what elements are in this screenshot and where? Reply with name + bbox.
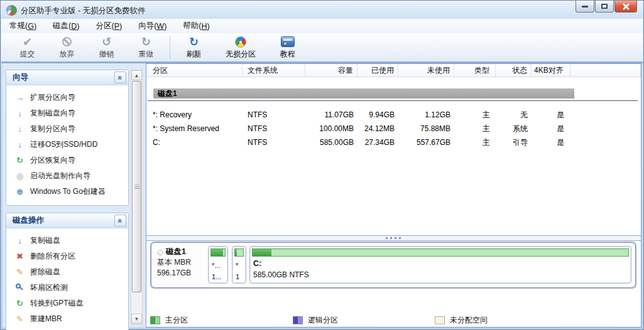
copy-disk-icon: ↓ (14, 236, 25, 246)
redo-icon: ↻ (141, 36, 151, 48)
collapse-button[interactable]: « (114, 72, 126, 83)
column-header-used[interactable]: 已使用 (357, 64, 398, 77)
menu-general[interactable]: 常规(G) (1, 19, 45, 33)
chevron-up-icon: « (117, 218, 124, 223)
legend-unallocated-space: 未分配空间 (435, 315, 488, 326)
maximize-button[interactable] (595, 1, 614, 13)
legend-primary-partition: 主分区 (150, 315, 188, 326)
disk-map-partition-recovery[interactable]: *... 1... (208, 246, 228, 284)
window-title: 分区助手专业版 - 无损分区免费软件 (21, 6, 146, 16)
scrollbar-down-button[interactable]: ▼ (131, 314, 142, 324)
column-header-4kb-align[interactable]: 4KB对齐 (532, 64, 570, 77)
splitter-grip-icon (386, 237, 402, 239)
undo-icon: ↺ (102, 36, 111, 48)
menu-help[interactable]: 帮助(H) (175, 19, 217, 33)
bootable-cd-wizard-icon: ◎ (14, 171, 25, 181)
column-header-unused[interactable]: 未使用 (398, 64, 454, 77)
column-header-partition[interactable]: 分区 (146, 64, 243, 77)
rebuild-mbr-icon: ✎ (14, 314, 25, 324)
sidebar-item-bad-sector-detect[interactable]: 坏扇区检测 (6, 280, 128, 295)
copy-partition-wizard-icon: ↓ (14, 124, 25, 134)
refresh-icon: ↻ (189, 36, 199, 48)
wizard-panel-title: 向导 (13, 72, 114, 83)
lossless-partition-icon (235, 36, 246, 48)
column-header-filesystem[interactable]: 文件系统 (243, 64, 305, 77)
app-window: 分区助手专业版 - 无损分区免费软件 常规(G) 磁盘(D) 分区(P) 向导(… (0, 0, 644, 330)
sidebar-item-rebuild-mbr[interactable]: ✎ 重建MBR (6, 311, 128, 327)
toolbar: ✔ 提交 放弃 ↺ 撤销 ↻ 重做 ↻ 刷新 无损分区 教程 (1, 33, 643, 63)
windows-to-go-icon: ⊕ (14, 187, 25, 197)
sidebar-item-extend-partition-wizard[interactable]: → 扩展分区向导 (6, 90, 128, 105)
title-bar: 分区助手专业版 - 无损分区免费软件 (1, 1, 643, 19)
wizard-panel-header: 向导 « (6, 70, 128, 85)
scrollbar-up-button[interactable]: ▲ (131, 70, 142, 80)
usage-bar (252, 248, 629, 257)
column-header-status[interactable]: 状态 (496, 64, 532, 77)
sidebar-item-partition-recovery-wizard[interactable]: ↻ 分区恢复向导 (6, 152, 128, 168)
column-header-capacity[interactable]: 容量 (305, 64, 357, 77)
menu-partition[interactable]: 分区(P) (87, 19, 130, 33)
table-row-c-drive[interactable]: C: NTFS 585.00GB 27.34GB 557.67GB 主 引导 是 (146, 136, 641, 149)
menu-wizard[interactable]: 向导(W) (130, 19, 175, 33)
panel-splitter[interactable] (146, 235, 641, 241)
toolbar-separator (170, 36, 170, 59)
close-button[interactable] (614, 1, 637, 13)
disk-group-header[interactable]: 磁盘1 (153, 88, 574, 98)
content-area: 向导 « → 扩展分区向导 ↓ 复制磁盘向导 ↓ 复制分区向导 (3, 63, 641, 327)
partition-recovery-wizard-icon: ↻ (14, 156, 25, 166)
usage-bar (210, 248, 226, 257)
sidebar-item-convert-gpt[interactable]: ↻ 转换到GPT磁盘 (6, 295, 128, 311)
sidebar-item-copy-disk-wizard[interactable]: ↓ 复制磁盘向导 (6, 105, 128, 121)
disk-operations-panel-header: 磁盘操作 « (6, 213, 128, 228)
sidebar-item-copy-partition-wizard[interactable]: ↓ 复制分区向导 (6, 121, 128, 137)
undo-button[interactable]: ↺ 撤销 (87, 35, 126, 60)
disk-operations-panel-title: 磁盘操作 (13, 215, 114, 226)
lossless-partition-button[interactable]: 无损分区 (214, 35, 268, 60)
maximize-icon (601, 4, 608, 9)
minimize-button[interactable] (576, 1, 594, 13)
sidebar-item-windows-to-go[interactable]: ⊕ Windows To Go创建器 (6, 184, 128, 200)
disk-info: ◇磁盘1 基本 MBR 596.17GB (157, 247, 210, 279)
commit-button[interactable]: ✔ 提交 (8, 35, 47, 60)
column-header-type[interactable]: 类型 (454, 64, 496, 77)
sidebar-item-copy-disk[interactable]: ↓ 复制磁盘 (6, 233, 128, 248)
disk-operations-panel: 磁盘操作 « ↓ 复制磁盘 ✖ 删除所有分区 ✎ 擦除磁盘 (6, 213, 129, 330)
redo-button[interactable]: ↻ 重做 (126, 35, 166, 60)
sidebar-item-wipe-disk[interactable]: ✎ 擦除磁盘 (6, 264, 128, 280)
sidebar-item-migrate-os[interactable]: ↓ 迁移OS到SSD/HDD (6, 137, 128, 152)
usage-bar (234, 248, 244, 257)
app-logo-icon (6, 5, 17, 16)
disk-map-partition-system-reserved[interactable]: * 1 (232, 246, 246, 284)
disk-name: 磁盘1 (166, 247, 186, 257)
table-row-system-reserved[interactable]: *: System Reserved NTFS 100.00MB 24.12MB… (146, 122, 641, 136)
collapse-button[interactable]: « (114, 215, 126, 226)
table-row-recovery[interactable]: *: Recovery NTFS 11.07GB 9.94GB 1.12GB 主… (146, 108, 641, 122)
sidebar: 向导 « → 扩展分区向导 ↓ 复制磁盘向导 ↓ 复制分区向导 (6, 70, 129, 330)
close-icon (622, 3, 630, 11)
minimize-icon (582, 6, 588, 8)
refresh-button[interactable]: ↻ 刷新 (174, 35, 214, 60)
menu-bar: 常规(G) 磁盘(D) 分区(P) 向导(W) 帮助(H) (1, 19, 643, 33)
discard-button[interactable]: 放弃 (47, 35, 87, 60)
delete-all-partitions-icon: ✖ (14, 252, 25, 262)
sidebar-item-bootable-cd-wizard[interactable]: ◎ 启动光盘制作向导 (6, 168, 128, 184)
extend-partition-wizard-icon: → (14, 93, 25, 103)
wizard-panel: 向导 « → 扩展分区向导 ↓ 复制磁盘向导 ↓ 复制分区向导 (6, 70, 129, 206)
sidebar-item-delete-all-partitions[interactable]: ✖ 删除所有分区 (6, 248, 128, 264)
disk-map-partition-c[interactable]: C: 585.00GB NTFS (249, 246, 631, 284)
legend-bar: 主分区 逻辑分区 未分配空间 (146, 314, 641, 327)
convert-gpt-icon: ↻ (14, 299, 25, 309)
disk-icon: ◇ (157, 247, 163, 257)
disk-map-panel[interactable]: ◇磁盘1 基本 MBR 596.17GB *... 1... * 1 C: (150, 242, 636, 289)
disk-size: 596.17GB (157, 268, 210, 279)
menu-disk[interactable]: 磁盘(D) (45, 19, 87, 33)
column-header-filler (570, 64, 641, 77)
sidebar-scrollbar[interactable]: ▲ ▼ (131, 70, 143, 324)
disk-group-underline (148, 100, 638, 101)
wipe-disk-icon: ✎ (14, 267, 25, 277)
scrollbar-thumb[interactable] (132, 81, 141, 292)
primary-partition-swatch-icon (150, 316, 160, 324)
disk-scheme: 基本 MBR (157, 257, 210, 268)
tutorial-button[interactable]: 教程 (268, 35, 307, 60)
table-header: 分区 文件系统 容量 已使用 未使用 类型 状态 4KB对齐 (146, 64, 641, 77)
